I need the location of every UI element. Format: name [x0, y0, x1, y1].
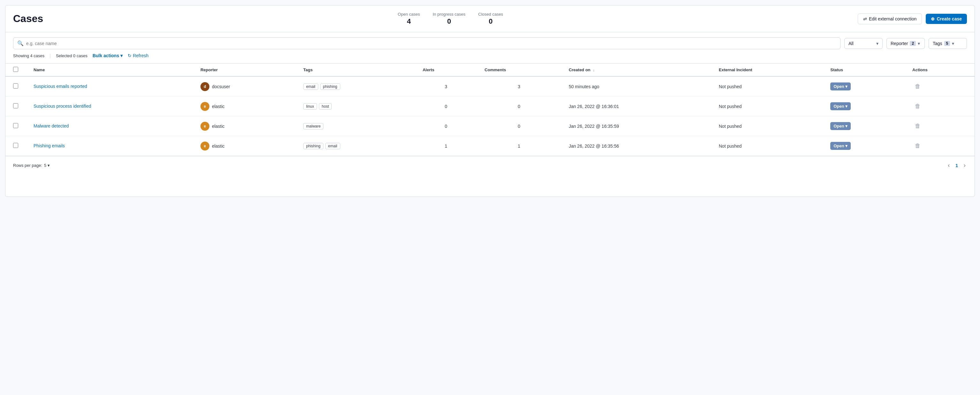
tags-cell: phishingemail	[296, 136, 415, 156]
refresh-label: Refresh	[133, 53, 148, 58]
table-row: Malware detected e elastic malware 0 0 J…	[5, 116, 975, 136]
tag: email	[325, 143, 340, 149]
case-name-link[interactable]: Suspicious process identified	[33, 104, 91, 109]
table-row: Suspicious process identified e elastic …	[5, 96, 975, 116]
toolbar: 🔍 All ▾ Reporter 2 ▾ Tags 5 ▾ Showing 4 …	[5, 32, 975, 64]
status-cell: Open ▾	[822, 116, 905, 136]
case-name-link[interactable]: Phishing emails	[33, 143, 65, 148]
status-chevron-icon: ▾	[845, 144, 848, 148]
cases-table: Name Reporter Tags Alerts Comments Creat…	[5, 64, 975, 156]
chevron-down-icon: ▾	[876, 41, 878, 46]
status-label: Open	[834, 124, 844, 128]
rows-per-page-select[interactable]: 5 ▾	[44, 163, 50, 168]
actions-cell: 🗑	[905, 96, 975, 116]
reporter-column-header: Reporter	[193, 64, 296, 77]
delete-button[interactable]: 🗑	[912, 122, 923, 131]
open-cases-stat: Open cases 4	[398, 12, 420, 26]
status-chevron-icon: ▾	[845, 124, 848, 128]
bulk-row: Showing 4 cases | Selected 0 cases Bulk …	[13, 53, 967, 58]
reporter-filter-count: 2	[910, 41, 916, 46]
case-name-link[interactable]: Malware detected	[33, 123, 69, 128]
status-cell: Open ▾	[822, 96, 905, 116]
delete-button[interactable]: 🗑	[912, 82, 923, 91]
comments-cell: 1	[477, 136, 561, 156]
name-column-header: Name	[26, 64, 193, 77]
rows-per-page-value: 5	[44, 163, 46, 168]
table-row: Suspicious emails reported d docsuser em…	[5, 77, 975, 96]
case-name-cell: Suspicious process identified	[26, 96, 193, 116]
case-name-cell: Suspicious emails reported	[26, 77, 193, 96]
closed-label: Closed cases	[478, 12, 503, 17]
row-checkbox[interactable]	[13, 103, 18, 108]
rows-per-page-chevron-icon: ▾	[48, 163, 50, 168]
search-input[interactable]	[26, 41, 836, 46]
prev-page-button[interactable]: ‹	[947, 161, 951, 170]
case-name-cell: Phishing emails	[26, 136, 193, 156]
external-incident-cell: Not pushed	[711, 96, 823, 116]
avatar: e	[200, 142, 209, 150]
next-page-button[interactable]: ›	[963, 161, 967, 170]
search-icon: 🔍	[17, 40, 24, 46]
edit-external-connection-button[interactable]: ⇄ Edit external connection	[858, 13, 922, 24]
bulk-actions-label: Bulk actions	[92, 53, 119, 58]
create-case-button[interactable]: ⊕ Create case	[926, 14, 967, 24]
select-all-checkbox[interactable]	[13, 67, 18, 72]
trash-icon: 🗑	[915, 103, 921, 109]
tags-cell: emailphishing	[296, 77, 415, 96]
actions-cell: 🗑	[905, 116, 975, 136]
rows-per-page-label: Rows per page:	[13, 163, 42, 168]
row-checkbox[interactable]	[13, 143, 18, 148]
closed-cases-stat: Closed cases 0	[478, 12, 503, 26]
reporter-filter-label: Reporter	[891, 41, 908, 46]
alerts-column-header: Alerts	[415, 64, 477, 77]
row-checkbox[interactable]	[13, 83, 18, 88]
status-button[interactable]: Open ▾	[830, 102, 851, 110]
status-filter[interactable]: All ▾	[844, 38, 883, 49]
refresh-button[interactable]: ↻ Refresh	[128, 53, 148, 58]
case-name-link[interactable]: Suspicious emails reported	[33, 84, 87, 89]
avatar: e	[200, 122, 209, 131]
actions-cell: 🗑	[905, 136, 975, 156]
open-cases-label: Open cases	[398, 12, 420, 17]
refresh-icon: ↻	[128, 53, 132, 58]
reporter-name: elastic	[212, 124, 225, 129]
plus-icon: ⊕	[931, 16, 935, 21]
avatar: d	[200, 82, 209, 91]
reporter-chevron-icon: ▾	[918, 41, 920, 46]
closed-value: 0	[489, 17, 493, 26]
page-title: Cases	[13, 13, 43, 25]
delete-button[interactable]: 🗑	[912, 141, 923, 150]
search-box[interactable]: 🔍	[13, 37, 840, 49]
alerts-cell: 3	[415, 77, 477, 96]
created-cell: 50 minutes ago	[561, 77, 711, 96]
status-button[interactable]: Open ▾	[830, 122, 851, 130]
trash-icon: 🗑	[915, 123, 921, 129]
comments-cell: 0	[477, 96, 561, 116]
reporter-name: elastic	[212, 144, 225, 149]
open-cases-value: 4	[407, 17, 411, 26]
alerts-cell: 0	[415, 116, 477, 136]
stats-section: Open cases 4 In progress cases 0 Closed …	[56, 12, 845, 26]
row-checkbox-cell	[5, 77, 26, 96]
case-name-cell: Malware detected	[26, 116, 193, 136]
in-progress-cases-stat: In progress cases 0	[433, 12, 465, 26]
in-progress-label: In progress cases	[433, 12, 465, 17]
row-checkbox-cell	[5, 116, 26, 136]
status-cell: Open ▾	[822, 77, 905, 96]
reporter-filter[interactable]: Reporter 2 ▾	[886, 38, 925, 49]
bulk-actions-button[interactable]: Bulk actions ▾	[92, 53, 123, 58]
row-checkbox-cell	[5, 136, 26, 156]
sort-icon: ↓	[593, 68, 595, 72]
tags-cell: malware	[296, 116, 415, 136]
reporter-cell: e elastic	[193, 96, 296, 116]
status-label: Open	[834, 84, 844, 89]
showing-count: Showing 4 cases	[13, 53, 45, 58]
status-button[interactable]: Open ▾	[830, 142, 851, 150]
tag: email	[303, 83, 318, 90]
status-button[interactable]: Open ▾	[830, 82, 851, 90]
tags-filter[interactable]: Tags 5 ▾	[929, 38, 967, 49]
status-chevron-icon: ▾	[845, 84, 848, 89]
delete-button[interactable]: 🗑	[912, 102, 923, 111]
avatar: e	[200, 102, 209, 111]
row-checkbox[interactable]	[13, 123, 18, 128]
